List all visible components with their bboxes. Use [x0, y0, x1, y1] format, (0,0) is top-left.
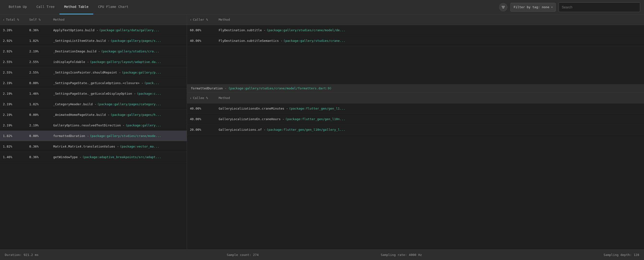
method-name: _SettingsListItemState.build -: [53, 39, 110, 43]
method-cell: _AnimatedHomePageState.build - (package:…: [50, 113, 187, 116]
callee-table-body[interactable]: 40.00%GalleryLocalizationsEn.craneMinute…: [187, 103, 644, 249]
tab-cpu-flame-chart[interactable]: CPU Flame Chart: [93, 0, 133, 15]
self-cell: 2.55%: [26, 71, 50, 74]
method-link[interactable]: (package:vector_ma...: [120, 145, 159, 148]
tab-call-tree[interactable]: Call Tree: [32, 0, 60, 15]
caller-percent-header[interactable]: ↓ Caller %: [187, 18, 216, 21]
callee-table-row[interactable]: 40.00%GalleryLocalizationsEn.craneHours …: [187, 114, 644, 124]
total-cell: 1.46%: [0, 155, 26, 159]
callee-method-link[interactable]: (package:flutter_gen/gen_l1...: [289, 107, 346, 110]
selected-method-separator: -: [225, 86, 228, 90]
method-cell: _DestinationImage.build - (package:galle…: [50, 50, 187, 53]
caller-method-link[interactable]: (package:gallery/studies/crane/model/de.…: [266, 28, 346, 32]
total-cell: 2.19%: [0, 102, 26, 106]
caller-section: ↓ Caller % Method 60.00%FlyDestination.s…: [187, 15, 644, 84]
caller-method-link[interactable]: (package:gallery/studies/crane...: [284, 39, 345, 43]
self-cell: 0.00%: [26, 81, 50, 85]
callee-method-link[interactable]: (package:flutter_gen/gen_l10n/gallery_l.…: [266, 128, 346, 132]
self-column-header[interactable]: Self %: [26, 18, 50, 21]
caller-method-header: Method: [216, 18, 644, 21]
method-name: Matrix4.Matrix4.translationValues -: [53, 145, 119, 148]
method-link[interactable]: (package:gallery/pages/h...: [110, 113, 161, 116]
callee-method-link[interactable]: (package:flutter_gen/gen_l10n...: [285, 117, 345, 121]
method-link[interactable]: (package:gallery/pages/category...: [97, 102, 161, 106]
method-cell: ApplyTextOptions.build - (package:galler…: [50, 28, 187, 32]
method-link[interactable]: (package:gallery/studies/cra...: [101, 50, 160, 53]
total-cell: 2.92%: [0, 39, 26, 43]
method-link[interactable]: (pack...: [144, 81, 160, 85]
method-cell: Matrix4.Matrix4.translationValues - (pac…: [50, 145, 187, 148]
method-cell: formattedDuration - (package:gallery/stu…: [50, 134, 187, 138]
caller-method-cell: FlyDestination.subtitle - (package:galle…: [216, 28, 644, 32]
table-row[interactable]: 1.46%0.36%getWindowType - (package:adapt…: [0, 152, 187, 163]
table-row[interactable]: 2.19%1.82%_CategoryHeader.build - (packa…: [0, 99, 187, 109]
table-row[interactable]: 1.82%0.00%formattedDuration - (package:g…: [0, 131, 187, 141]
caller-percent-cell: 60.00%: [187, 28, 216, 32]
filter-icon-button[interactable]: [499, 3, 508, 12]
callee-percent-header[interactable]: ↓ Callee %: [187, 96, 216, 100]
table-row[interactable]: 3.28%0.36%ApplyTextOptions.build - (pack…: [0, 25, 187, 36]
method-link[interactable]: (package:gallery/studies/crane/mode...: [90, 134, 161, 138]
method-link[interactable]: (package:gallery/layout/adaptive.da...: [90, 60, 161, 64]
self-cell: 0.00%: [26, 113, 50, 116]
callee-table-row[interactable]: 20.00%GalleryLocalizations.of - (package…: [187, 124, 644, 135]
total-cell: 2.19%: [0, 123, 26, 127]
table-row[interactable]: 2.19%0.00%_AnimatedHomePageState.build -…: [0, 109, 187, 120]
method-link[interactable]: (package:gallery...: [126, 123, 161, 127]
callee-method-cell: GalleryLocalizationsEn.craneHours - (pac…: [216, 117, 644, 121]
total-cell: 2.19%: [0, 81, 26, 85]
callee-method-label: Method: [219, 96, 230, 100]
method-column-header: Method: [50, 18, 187, 21]
selected-method-link[interactable]: (package:gallery/studies/crane/model/for…: [228, 86, 332, 90]
left-table-body[interactable]: 3.28%0.36%ApplyTextOptions.build - (pack…: [0, 25, 187, 249]
sample-count-value: Sample count: 274: [227, 253, 259, 257]
caller-table-body[interactable]: 60.00%FlyDestination.subtitle - (package…: [187, 25, 644, 84]
callee-table-row[interactable]: 40.00%GalleryLocalizationsEn.craneMinute…: [187, 103, 644, 114]
method-name: isDisplayFoldable -: [53, 60, 89, 64]
callee-percent-label: Callee %: [193, 96, 208, 100]
method-link[interactable]: (package:gallery/p...: [122, 71, 161, 74]
total-cell: 2.19%: [0, 92, 26, 95]
self-cell: 2.55%: [26, 60, 50, 64]
caller-table-row[interactable]: 40.00%FlyDestination.subtitleSemantics -…: [187, 36, 644, 46]
total-column-header[interactable]: ↓ Total %: [0, 18, 26, 21]
method-link[interactable]: (package:adaptive_breakpoints/src/adapt.…: [82, 155, 161, 159]
self-cell: 0.36%: [26, 155, 50, 159]
table-row[interactable]: 2.19%1.46%_SettingsPageState._getLocaleD…: [0, 88, 187, 99]
selected-method-name: formattedDuration: [191, 86, 223, 90]
tab-method-table[interactable]: Method Table: [60, 0, 93, 15]
search-input[interactable]: [559, 3, 640, 12]
caller-method-name: FlyDestination.subtitle -: [219, 28, 266, 32]
filter-tag-dropdown[interactable]: Filter by tag: none ▾: [510, 3, 556, 12]
table-row[interactable]: 2.19%2.19%GalleryOptions.resolvedTextDir…: [0, 120, 187, 131]
method-link[interactable]: (package:gallery/data/gallery...: [99, 28, 159, 32]
method-cell: _SettingsIconPainter.shouldRepaint - (pa…: [50, 71, 187, 74]
callee-method-name: GalleryLocalizationsEn.craneHours -: [219, 117, 284, 121]
table-row[interactable]: 2.92%1.82%_SettingsListItemState.build -…: [0, 36, 187, 46]
table-row[interactable]: 2.19%0.00%_SettingsPageState._getLocaleO…: [0, 78, 187, 88]
method-cell: _SettingsPageState._getLocaleDisplayOpti…: [50, 92, 187, 95]
self-cell: 1.46%: [26, 92, 50, 95]
sample-count-status: Sample count: 274: [164, 253, 322, 257]
caller-table-row[interactable]: 60.00%FlyDestination.subtitle - (package…: [187, 25, 644, 36]
self-cell: 1.82%: [26, 39, 50, 43]
callee-method-name: GalleryLocalizations.of -: [219, 128, 266, 132]
table-row[interactable]: 2.92%2.19%_DestinationImage.build - (pac…: [0, 46, 187, 57]
callee-method-header: Method: [216, 96, 644, 100]
table-row[interactable]: 2.55%2.55%isDisplayFoldable - (package:g…: [0, 57, 187, 67]
method-link[interactable]: (package:c...: [137, 92, 161, 95]
self-cell: 0.00%: [26, 134, 50, 138]
callee-percent-cell: 20.00%: [187, 128, 216, 132]
callee-method-cell: GalleryLocalizations.of - (package:flutt…: [216, 128, 644, 132]
method-name: _AnimatedHomePageState.build -: [53, 113, 110, 116]
total-cell: 2.92%: [0, 50, 26, 53]
method-cell: _SettingsPageState._getLocaleOptions.<cl…: [50, 81, 187, 85]
callee-sort-icon: ↓: [190, 96, 192, 99]
table-row[interactable]: 2.55%2.55%_SettingsIconPainter.shouldRep…: [0, 67, 187, 78]
right-panel: ↓ Caller % Method 60.00%FlyDestination.s…: [187, 15, 644, 249]
total-cell: 2.55%: [0, 71, 26, 74]
total-cell: 3.28%: [0, 28, 26, 32]
method-link[interactable]: (package:gallery/pages/s...: [110, 39, 161, 43]
table-row[interactable]: 1.82%0.36%Matrix4.Matrix4.translationVal…: [0, 141, 187, 152]
tab-bottom-up[interactable]: Bottom Up: [4, 0, 32, 15]
